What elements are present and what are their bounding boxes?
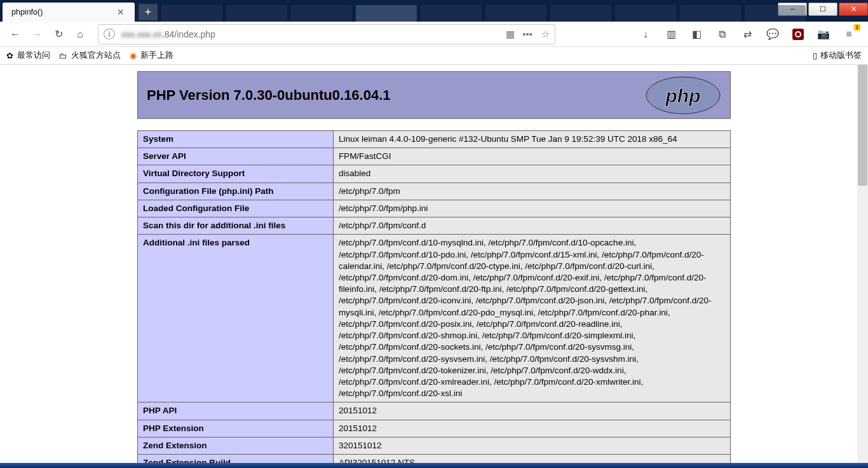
reload-icon: ↻ bbox=[55, 28, 63, 40]
popup-button[interactable]: ⧉ bbox=[713, 25, 731, 43]
sync-icon: ⇄ bbox=[743, 28, 752, 40]
url-obscured: xxx.xxx.xx bbox=[121, 29, 162, 39]
phpinfo-row: Loaded Configuration File/etc/php/7.0/fp… bbox=[138, 200, 731, 217]
background-tab[interactable] bbox=[161, 5, 222, 22]
page-viewport: PHP Version 7.0.30-0ubuntu0.16.04.1 php … bbox=[0, 65, 868, 463]
phpinfo-key: PHP Extension bbox=[138, 420, 334, 437]
bookmark-label: 移动版书签 bbox=[820, 50, 862, 61]
phpinfo-value: disabled bbox=[333, 165, 730, 182]
home-button[interactable]: ⌂ bbox=[71, 25, 89, 43]
firefox-icon: ◉ bbox=[130, 51, 137, 60]
tab-close-icon[interactable]: ✕ bbox=[114, 7, 127, 17]
windows-taskbar[interactable] bbox=[0, 463, 868, 468]
plus-icon: + bbox=[145, 6, 152, 19]
sync-button[interactable]: ⇄ bbox=[738, 25, 756, 43]
bookmark-mobile[interactable]: ▯ 移动版书签 bbox=[813, 50, 862, 61]
sidebar-icon: ◧ bbox=[692, 28, 702, 40]
phpinfo-value: /etc/php/7.0/fpm/conf.d bbox=[333, 217, 730, 235]
phpinfo-value: /etc/php/7.0/fpm bbox=[333, 182, 730, 200]
background-tab[interactable] bbox=[550, 5, 611, 22]
phpinfo-row: Zend Extension BuildAPI320151012,NTS bbox=[138, 455, 731, 463]
reload-button[interactable]: ↻ bbox=[50, 25, 67, 43]
background-tab[interactable] bbox=[615, 5, 676, 22]
sidebar-button[interactable]: ◧ bbox=[688, 25, 705, 43]
phpinfo-row: Additional .ini files parsed/etc/php/7.0… bbox=[138, 235, 731, 403]
phpinfo-row: PHP API20151012 bbox=[138, 403, 731, 420]
library-icon: ▥ bbox=[667, 28, 676, 40]
phpinfo-value: 20151012 bbox=[333, 403, 730, 420]
phpinfo-table: SystemLinux leiman 4.4.0-109-generic #13… bbox=[137, 130, 731, 463]
phpinfo-key: Virtual Directory Support bbox=[138, 165, 334, 182]
phpinfo-row: Scan this dir for additional .ini files/… bbox=[138, 217, 731, 235]
phpinfo-value: Linux leiman 4.4.0-109-generic #132-Ubun… bbox=[333, 131, 730, 148]
bookmark-newbie[interactable]: ◉ 新手上路 bbox=[130, 50, 173, 61]
hamburger-icon: ≡ bbox=[846, 29, 851, 40]
phpinfo-key: PHP API bbox=[138, 403, 334, 420]
phpinfo-value: 320151012 bbox=[333, 437, 730, 454]
phpinfo-value: /etc/php/7.0/fpm/php.ini bbox=[333, 200, 730, 217]
library-button[interactable]: ▥ bbox=[662, 25, 680, 43]
tab-title: phpinfo() bbox=[11, 8, 109, 17]
bookmark-star-icon[interactable]: ☆ bbox=[541, 29, 550, 40]
phpinfo-key: Scan this dir for additional .ini files bbox=[138, 217, 334, 235]
ublock-button[interactable] bbox=[789, 25, 807, 43]
tab-phpinfo[interactable]: phpinfo() ✕ bbox=[3, 3, 135, 22]
phpinfo-row: PHP Extension20151012 bbox=[138, 420, 731, 437]
chat-icon: 💬 bbox=[766, 28, 779, 40]
background-tab[interactable] bbox=[226, 5, 287, 22]
svg-text:php: php bbox=[665, 85, 701, 106]
camera-icon: 📷 bbox=[817, 28, 830, 40]
forward-button[interactable]: → bbox=[28, 25, 46, 43]
new-tab-button[interactable]: + bbox=[139, 4, 158, 20]
phpinfo-key: Loaded Configuration File bbox=[138, 200, 334, 217]
bookmark-label: 最常访问 bbox=[17, 50, 50, 61]
bookmark-most-visited[interactable]: ✿ 最常访问 bbox=[6, 50, 50, 61]
bookmark-firefox-home[interactable]: 🗀 火狐官方站点 bbox=[59, 50, 121, 61]
home-icon: ⌂ bbox=[77, 29, 83, 40]
gear-icon: ✿ bbox=[6, 51, 13, 60]
nav-toolbar: ← → ↻ ⌂ i xxx.xxx.xx .84/index.php ▦ •••… bbox=[0, 22, 868, 47]
background-tab[interactable] bbox=[485, 5, 546, 22]
phpinfo-row: Server APIFPM/FastCGI bbox=[138, 148, 731, 165]
back-button[interactable]: ← bbox=[6, 25, 24, 43]
url-bar[interactable]: i xxx.xxx.xx .84/index.php ▦ ••• ☆ bbox=[98, 24, 555, 45]
download-icon: ↓ bbox=[643, 29, 648, 40]
php-version-title: PHP Version 7.0.30-0ubuntu0.16.04.1 bbox=[147, 87, 645, 104]
phpinfo-key: Server API bbox=[138, 148, 334, 165]
page-actions-icon[interactable]: ••• bbox=[522, 29, 532, 39]
scrollbar-thumb[interactable] bbox=[858, 65, 867, 186]
tab-strip: phpinfo() ✕ + bbox=[0, 0, 868, 22]
background-tab[interactable] bbox=[421, 5, 482, 22]
background-tab[interactable] bbox=[356, 5, 417, 22]
url-text: .84/index.php bbox=[162, 29, 215, 39]
scrollbar-track[interactable] bbox=[857, 65, 868, 463]
downloads-button[interactable]: ↓ bbox=[637, 25, 654, 43]
site-info-icon[interactable]: i bbox=[104, 29, 115, 39]
background-tab[interactable] bbox=[291, 5, 352, 22]
ublock-icon bbox=[792, 29, 804, 40]
phpinfo-key: Zend Extension Build bbox=[138, 455, 334, 463]
phpinfo-key: Additional .ini files parsed bbox=[138, 235, 334, 403]
phpinfo-row: SystemLinux leiman 4.4.0-109-generic #13… bbox=[138, 131, 731, 148]
phpinfo-key: Configuration File (php.ini) Path bbox=[138, 182, 334, 200]
folder-icon: 🗀 bbox=[59, 52, 67, 60]
background-tab[interactable] bbox=[680, 5, 741, 22]
qr-icon[interactable]: ▦ bbox=[506, 29, 513, 40]
phpinfo-key: System bbox=[138, 131, 334, 148]
screenshot-button[interactable]: 📷 bbox=[815, 25, 832, 43]
phpinfo-value: FPM/FastCGI bbox=[333, 148, 730, 165]
popup-icon: ⧉ bbox=[719, 29, 726, 40]
phpinfo-value: /etc/php/7.0/fpm/conf.d/10-mysqlnd.ini, … bbox=[333, 235, 730, 403]
mobile-icon: ▯ bbox=[813, 51, 817, 60]
app-menu-button[interactable]: ≡ bbox=[840, 25, 858, 43]
bookmark-label: 火狐官方站点 bbox=[71, 50, 121, 61]
back-icon: ← bbox=[10, 29, 20, 40]
phpinfo-value: 20151012 bbox=[333, 420, 730, 437]
bookmarks-toolbar: ✿ 最常访问 🗀 火狐官方站点 ◉ 新手上路 ▯ 移动版书签 bbox=[0, 47, 868, 65]
phpinfo-header: PHP Version 7.0.30-0ubuntu0.16.04.1 php bbox=[137, 71, 731, 119]
background-tab[interactable] bbox=[745, 5, 806, 22]
phpinfo-row: Zend Extension320151012 bbox=[138, 437, 731, 454]
php-logo-icon: php bbox=[645, 76, 721, 115]
toolbar-right: ↓ ▥ ◧ ⧉ ⇄ 💬 📷 ≡ bbox=[637, 25, 862, 43]
chat-button[interactable]: 💬 bbox=[764, 25, 782, 43]
